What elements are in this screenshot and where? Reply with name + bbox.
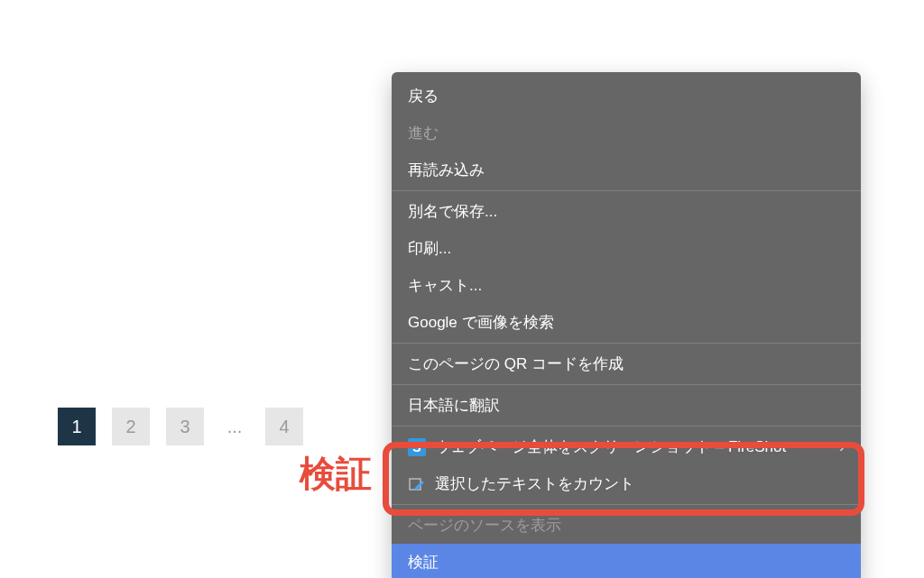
menu-forward: 進む [392,115,861,151]
menu-save-as-label: 別名で保存... [408,201,497,222]
menu-search-image-label: Google で画像を検索 [408,312,554,333]
menu-divider [392,384,861,385]
menu-reload-label: 再読み込み [408,160,485,180]
menu-translate[interactable]: 日本語に翻訳 [392,387,861,424]
menu-save-as[interactable]: 別名で保存... [392,193,861,230]
page-1-button[interactable]: 1 [58,408,96,445]
menu-divider [392,343,861,344]
menu-print-label: 印刷... [408,238,451,259]
page-ellipsis: ... [220,417,249,437]
menu-divider [392,426,861,427]
page-3-button[interactable]: 3 [166,408,204,445]
menu-text-count-label: 選択したテキストをカウント [435,473,634,494]
menu-back-label: 戻る [408,86,439,106]
menu-cast-label: キャスト... [408,275,482,296]
menu-fireshot[interactable]: S ウェブページ全体をスクリーンショット – FireShot › [392,428,861,465]
page-2-button[interactable]: 2 [112,408,150,445]
menu-inspect-label: 検証 [408,552,439,573]
context-menu: 戻る 進む 再読み込み 別名で保存... 印刷... キャスト... Googl… [392,72,861,578]
menu-view-source[interactable]: ページのソースを表示 [392,507,861,544]
menu-divider [392,504,861,505]
menu-inspect[interactable]: 検証 [392,544,861,578]
menu-qr-code[interactable]: このページの QR コードを作成 [392,345,861,382]
pagination: 1 2 3 ... 4 [58,408,303,445]
menu-forward-label: 進む [408,123,439,143]
menu-fireshot-label: ウェブページ全体をスクリーンショット – FireShot [435,436,786,457]
fireshot-icon: S [408,438,426,456]
menu-divider [392,190,861,191]
menu-text-count[interactable]: 選択したテキストをカウント [392,465,861,502]
menu-search-image[interactable]: Google で画像を検索 [392,304,861,341]
page-4-button[interactable]: 4 [265,408,303,445]
menu-back[interactable]: 戻る [392,78,861,115]
menu-translate-label: 日本語に翻訳 [408,395,500,416]
menu-qr-code-label: このページの QR コードを作成 [408,353,624,374]
highlight-label: 検証 [300,449,372,499]
chevron-right-icon: › [839,437,845,456]
menu-reload[interactable]: 再読み込み [392,151,861,188]
menu-print[interactable]: 印刷... [392,230,861,267]
text-count-icon [408,475,426,493]
menu-cast[interactable]: キャスト... [392,267,861,304]
menu-view-source-label: ページのソースを表示 [408,515,561,536]
